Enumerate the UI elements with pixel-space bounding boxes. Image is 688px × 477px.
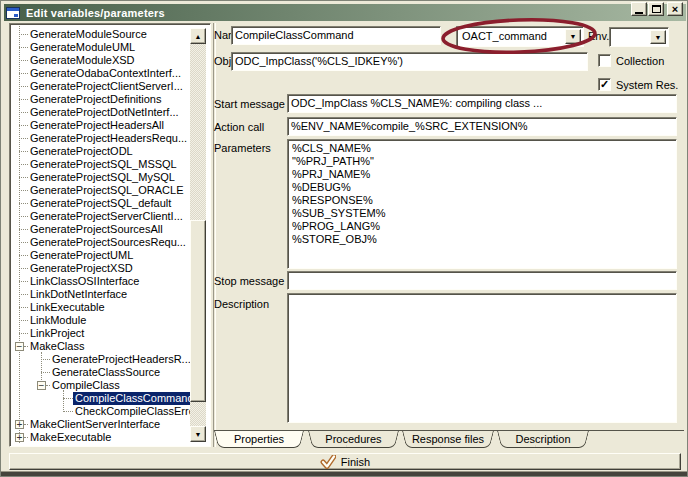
type-combo[interactable]: OACT_command ▼ bbox=[456, 26, 584, 47]
tree-item[interactable]: −CompileClass bbox=[12, 379, 208, 392]
tree-item[interactable]: LinkExecutable bbox=[12, 301, 208, 314]
tab-response-files[interactable]: Response files bbox=[402, 431, 494, 448]
env-combo-value bbox=[612, 30, 650, 44]
tree-item[interactable]: GenerateProjectSourcesRequ... bbox=[12, 236, 208, 249]
maximize-button[interactable] bbox=[648, 2, 664, 16]
env-combo[interactable]: ▼ bbox=[609, 27, 669, 47]
collapse-icon[interactable]: − bbox=[15, 342, 24, 351]
tree-item[interactable]: CompileClassCommand bbox=[12, 392, 208, 405]
tree-connector bbox=[19, 333, 28, 334]
tree-item[interactable]: GenerateProjectSQL_default bbox=[12, 197, 208, 210]
tree-item[interactable]: GenerateClassSource bbox=[12, 366, 208, 379]
scrollbar-thumb[interactable] bbox=[190, 220, 206, 402]
tree-item-label: GenerateModuleXSD bbox=[28, 54, 137, 67]
tree-item[interactable]: GenerateProjectHeadersR... bbox=[12, 353, 208, 366]
tree-item-label: LinkProject bbox=[28, 327, 86, 340]
tree-connector bbox=[19, 112, 28, 113]
tree-connector bbox=[19, 73, 28, 74]
tree-item-label: CompileClass bbox=[50, 379, 122, 392]
system-res-label: System Res. bbox=[616, 79, 678, 92]
tree-item[interactable]: GenerateProjectSQL_ORACLE bbox=[12, 184, 208, 197]
minimize-icon bbox=[635, 12, 643, 14]
tree-item[interactable]: LinkDotNetInterface bbox=[12, 288, 208, 301]
tree-item-label: GenerateProjectDotNetInterf... bbox=[28, 106, 181, 119]
tree-connector bbox=[19, 99, 28, 100]
tree-item[interactable]: GenerateProjectSourcesAll bbox=[12, 223, 208, 236]
tree-item-label: GenerateProjectUML bbox=[28, 249, 135, 262]
tree-item-label: GenerateProjectHeadersR... bbox=[50, 353, 193, 366]
tree-item[interactable]: GenerateModuleUML bbox=[12, 41, 208, 54]
tree-item[interactable]: GenerateProjectClientServerI... bbox=[12, 80, 208, 93]
system-res-checkbox[interactable]: ✓ bbox=[598, 78, 611, 91]
tree-item[interactable]: GenerateProjectDefinitions bbox=[12, 93, 208, 106]
collapse-icon[interactable]: − bbox=[37, 381, 46, 390]
tree-item[interactable]: GenerateProjectDotNetInterf... bbox=[12, 106, 208, 119]
close-button[interactable]: × bbox=[667, 2, 683, 16]
tree-connector bbox=[19, 86, 28, 87]
tree-item[interactable]: LinkProject bbox=[12, 327, 208, 340]
description-textarea[interactable] bbox=[287, 293, 677, 423]
start-message-label: Start message bbox=[214, 98, 285, 111]
tree-item-label: GenerateModuleUML bbox=[28, 41, 137, 54]
tree-item[interactable]: GenerateProjectSQL_MSSQL bbox=[12, 158, 208, 171]
object-path-input[interactable]: ODC_ImpClass('%CLS_IDKEY%') bbox=[231, 52, 588, 71]
tree-item-label: GenerateProjectXSD bbox=[28, 262, 135, 275]
tab-properties[interactable]: Properties bbox=[214, 431, 304, 448]
tree-item[interactable]: GenerateProjectUML bbox=[12, 249, 208, 262]
stop-message-label: Stop message bbox=[214, 275, 284, 288]
tree-item[interactable]: GenerateModuleXSD bbox=[12, 54, 208, 67]
tree-connector bbox=[19, 307, 28, 308]
stop-message-input[interactable] bbox=[287, 271, 677, 290]
collection-checkbox[interactable] bbox=[598, 54, 611, 67]
parameters-textarea[interactable]: %CLS_NAME% "%PRJ_PATH%" %PRJ_NAME% %DEBU… bbox=[287, 139, 677, 269]
tab-label: Description bbox=[497, 431, 589, 448]
start-message-input[interactable]: ODC_ImpClass %CLS_NAME%: compiling class… bbox=[287, 94, 677, 113]
tree-connector bbox=[19, 177, 28, 178]
panel-splitter[interactable] bbox=[213, 23, 216, 447]
tab-description[interactable]: Description bbox=[497, 431, 589, 448]
tree-item-label: GenerateProjectSQL_default bbox=[28, 197, 173, 210]
tree-item[interactable]: GenerateProjectHeadersRequ... bbox=[12, 132, 208, 145]
tree-item[interactable]: GenerateOdabaContextInterf... bbox=[12, 67, 208, 80]
tree-connector bbox=[19, 294, 28, 295]
tab-label: Response files bbox=[402, 431, 494, 448]
env-combo-button[interactable]: ▼ bbox=[650, 30, 666, 44]
tree-item[interactable]: GenerateProjectODL bbox=[12, 145, 208, 158]
tab-procedures[interactable]: Procedures bbox=[308, 431, 399, 448]
expand-icon[interactable]: + bbox=[15, 420, 24, 429]
tree-connector bbox=[19, 242, 28, 243]
tree-item[interactable]: GenerateProjectXSD bbox=[12, 262, 208, 275]
tree-item[interactable]: CheckCompileClassError bbox=[12, 405, 208, 418]
action-call-input[interactable]: %ENV_NAME%compile_%SRC_EXTENSION% bbox=[287, 117, 677, 136]
finish-button-label: Finish bbox=[341, 456, 370, 468]
chevron-down-icon: ▼ bbox=[570, 33, 577, 40]
scroll-down-button[interactable]: ▼ bbox=[190, 426, 206, 442]
tree-item-label: MakeClass bbox=[28, 340, 86, 353]
tree-item[interactable]: LinkModule bbox=[12, 314, 208, 327]
tree-item[interactable]: GenerateProjectHeadersAll bbox=[12, 119, 208, 132]
tree-scrollbar[interactable]: ▲ ▼ bbox=[190, 28, 206, 442]
tree-item-label: MakeExecutable bbox=[28, 431, 113, 444]
tree-connector bbox=[19, 34, 28, 35]
type-combo-button[interactable]: ▼ bbox=[565, 29, 581, 44]
tree-item-label: GenerateProjectHeadersAll bbox=[28, 119, 166, 132]
tree-item-label: GenerateProjectSQL_ORACLE bbox=[28, 184, 185, 197]
titlebar[interactable]: Edit variables/parameters bbox=[4, 4, 686, 21]
edit-variables-dialog: Edit variables/parameters × GenerateModu… bbox=[0, 0, 688, 477]
tree-item[interactable]: LinkClassOSIInterface bbox=[12, 275, 208, 288]
tree-item[interactable]: GenerateModuleSource bbox=[12, 28, 208, 41]
tree-item[interactable]: GenerateProjectSQL_MySQL bbox=[12, 171, 208, 184]
tree-item[interactable]: +MakeExecutable bbox=[12, 431, 208, 444]
tree-item-label: GenerateProjectSQL_MySQL bbox=[28, 171, 177, 184]
tree-item[interactable]: GenerateProjectServerClientI... bbox=[12, 210, 208, 223]
tree-item-label: GenerateProjectODL bbox=[28, 145, 135, 158]
scroll-up-button[interactable]: ▲ bbox=[190, 28, 206, 44]
expand-icon[interactable]: + bbox=[15, 433, 24, 442]
tree-item-label: GenerateProjectSourcesAll bbox=[28, 223, 165, 236]
minimize-button[interactable] bbox=[631, 2, 647, 16]
name-input[interactable]: CompileClassCommand bbox=[231, 26, 441, 45]
finish-button[interactable]: Finish bbox=[9, 453, 681, 470]
tree-item[interactable]: −MakeClass bbox=[12, 340, 208, 353]
tree-item[interactable]: +MakeClientServerInterface bbox=[12, 418, 208, 431]
tree-item-label: GenerateProjectSourcesRequ... bbox=[28, 236, 188, 249]
